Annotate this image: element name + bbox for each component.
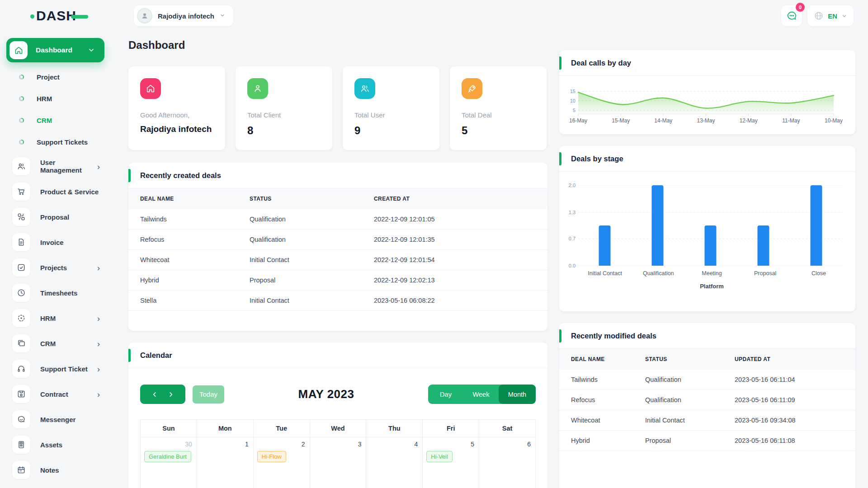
calendar-grid: SunMonTueWedThuFriSat30Geraldine Burt12H… — [140, 419, 536, 488]
sidebar-item-support-tickets[interactable]: Support Tickets — [6, 131, 104, 153]
y-tick-label: 0.0 — [569, 263, 576, 268]
stat-card-total-deal: Total Deal 5 — [450, 66, 547, 150]
sidebar-item-hrm[interactable]: HRM — [6, 88, 104, 109]
calendar-toolbar: Today MAY 2023 DayWeekMonth — [128, 368, 547, 404]
sidebar-item-dashboard[interactable]: Dashboard — [6, 38, 104, 62]
table-cell: 2023-05-16 06:11:08 — [735, 437, 844, 444]
sidebar-item-project[interactable]: Project — [6, 66, 104, 88]
sidebar-item-product-service[interactable]: Product & Service — [6, 179, 104, 204]
x-tick-label: 10-May — [825, 117, 843, 124]
table-cell: Initial Contact — [250, 256, 374, 263]
sidebar-main-menu: User Management›Product & ServiceProposa… — [6, 154, 104, 483]
calendar-view-day[interactable]: Day — [428, 385, 463, 404]
calendar-cell[interactable]: 6 — [479, 437, 535, 488]
calendar-event[interactable]: Geraldine Burt — [144, 451, 191, 462]
stat-value: 5 — [462, 124, 535, 137]
home-icon — [140, 78, 161, 99]
stat-card-total-user: Total User 9 — [343, 66, 439, 150]
page-title: Dashboard — [128, 39, 547, 52]
company-name: Rajodiya infotech — [158, 12, 214, 20]
table-cell: 2022-12-09 12:01:54 — [374, 256, 536, 263]
chevron-right-icon: › — [97, 365, 100, 373]
calendar-cell[interactable]: 1 — [197, 437, 253, 488]
table-header: DEAL NAMESTATUSCREATED AT — [128, 188, 547, 209]
chevron-down-icon — [88, 47, 95, 54]
sidebar-item-hrm[interactable]: HRM› — [6, 305, 104, 331]
table-row: HybridProposal2022-12-09 12:02:13 — [128, 270, 547, 291]
calendar-date: 4 — [370, 439, 419, 449]
sidebar-item-proposal[interactable]: Proposal — [6, 204, 104, 230]
home-icon — [9, 41, 28, 59]
sidebar-item-support-ticket[interactable]: Support Ticket› — [6, 356, 104, 381]
calendar-day-header: Thu — [366, 420, 422, 437]
calendar-date: 2 — [257, 439, 306, 449]
company-selector[interactable]: Rajodiya infotech — [134, 5, 233, 26]
messages-badge: 0 — [796, 3, 805, 12]
right-column: Deal calls by day 15105 16-May15-May14-M… — [559, 39, 855, 488]
calendar-event[interactable]: Hi-Flow — [257, 451, 286, 462]
sidebar-item-contract[interactable]: Contract› — [6, 381, 104, 407]
table-cell: 2022-12-09 12:01:05 — [374, 216, 536, 223]
table-cell: Tailwinds — [571, 376, 645, 383]
chevron-down-icon — [220, 13, 225, 19]
today-button[interactable]: Today — [193, 385, 224, 404]
x-tick-label: 14-May — [654, 117, 672, 124]
proposal-icon — [12, 208, 30, 226]
calendar-day-header: Fri — [423, 420, 479, 437]
sidebar: Dashboard ProjectHRMCRMSupport Tickets U… — [0, 32, 111, 483]
x-tick-label: 15-May — [612, 117, 630, 124]
stat-label: Good Afternoon, — [140, 111, 213, 119]
calendar-cell[interactable]: 30Geraldine Burt — [141, 437, 197, 488]
language-selector[interactable]: EN — [807, 5, 854, 26]
card-title: Recently modified deals — [571, 332, 656, 340]
stats-row: Good Afternoon, Rajodiya infotech Total … — [128, 66, 547, 150]
sidebar-item-notes[interactable]: Notes — [6, 457, 104, 483]
calendar-cell[interactable]: 4 — [366, 437, 422, 488]
invoice-icon — [12, 233, 30, 251]
table-cell: Initial Contact — [645, 417, 735, 424]
calendar-day-header: Tue — [254, 420, 310, 437]
bullet-icon — [19, 140, 24, 145]
calendar-prev-next-buttons[interactable] — [140, 385, 185, 404]
calendar-view-week[interactable]: Week — [463, 385, 499, 404]
y-tick-label: 10 — [570, 98, 576, 103]
stat-label: Total Client — [247, 111, 321, 119]
sidebar-item-crm[interactable]: CRM — [6, 109, 104, 131]
x-tick-label: Meeting — [685, 270, 738, 277]
y-tick-label: 2.0 — [569, 183, 576, 188]
sidebar-item-user-management[interactable]: User Management› — [6, 154, 104, 179]
table-row: WhitecoatInitial Contact2022-12-09 12:01… — [128, 250, 547, 270]
x-tick-label: 13-May — [697, 117, 715, 124]
area-chart: 15105 16-May15-May14-May13-May12-May11-M… — [559, 76, 855, 127]
sidebar-item-projects[interactable]: Projects› — [6, 255, 104, 280]
table-cell: 2023-05-16 09:34:08 — [735, 417, 844, 424]
x-tick-label: 16-May — [569, 117, 587, 124]
brand-logo[interactable]: DASH — [30, 8, 111, 23]
calendar-date: 3 — [314, 439, 363, 449]
rocket-icon — [462, 78, 482, 99]
cards-icon — [12, 334, 30, 352]
projects-icon — [12, 258, 30, 277]
calendar-view-month[interactable]: Month — [499, 385, 536, 404]
messages-button[interactable]: 0 — [781, 5, 802, 26]
sidebar-item-invoice[interactable]: Invoice — [6, 230, 104, 255]
table-cell: 2022-12-09 12:01:35 — [374, 236, 536, 243]
table-cell: Qualification — [250, 236, 374, 243]
bar-chart: 0.00.71.32.0 Initial ContactQualificatio… — [559, 172, 855, 290]
sidebar-item-crm[interactable]: CRM› — [6, 331, 104, 356]
calendar-cell[interactable]: 5Hi-Veil — [423, 437, 479, 488]
sidebar-item-assets[interactable]: Assets — [6, 432, 104, 457]
x-tick-label: Qualification — [632, 270, 685, 277]
column-header: DEAL NAME — [571, 356, 645, 362]
card-title: Calendar — [140, 351, 172, 360]
calendar-cell[interactable]: 2Hi-Flow — [254, 437, 310, 488]
sidebar-item-timesheets[interactable]: Timesheets — [6, 280, 104, 305]
calendar-cell[interactable]: 3 — [310, 437, 366, 488]
calendar-day-header: Sat — [479, 420, 535, 437]
sidebar-item-messenger[interactable]: Messenger — [6, 407, 104, 432]
table-cell: Qualification — [645, 376, 735, 383]
table-row: RefocusQualification2022-12-09 12:01:35 — [128, 230, 547, 250]
chevron-left-icon — [151, 391, 158, 398]
calendar-month-title: MAY 2023 — [224, 387, 428, 401]
calendar-event[interactable]: Hi-Veil — [426, 451, 453, 462]
